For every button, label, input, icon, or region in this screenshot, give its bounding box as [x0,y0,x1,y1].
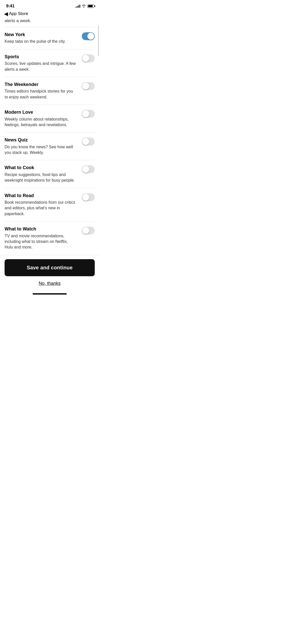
scroll-content: alerts a week. New YorkKeep tabs on the … [0,18,99,255]
toggle-item-what-to-cook: What to CookRecipe suggestions, food tip… [5,160,95,188]
item-title-weekender: The Weekender [5,82,77,87]
item-description-modern-love: Weekly column about relationships, feeli… [5,116,77,128]
item-text-news-quiz: News QuizDo you know the news? See how w… [5,137,82,155]
save-continue-button[interactable]: Save and continue [5,259,95,276]
item-text-new-york: New YorkKeep tabs on the pulse of the ci… [5,32,82,45]
item-text-what-to-cook: What to CookRecipe suggestions, food tip… [5,165,82,183]
scroll-indicator [98,25,99,56]
toggle-modern-love[interactable] [82,110,95,118]
item-description-what-to-watch: TV and movie recommendations, including … [5,233,77,250]
toggle-weekender[interactable] [82,82,95,90]
item-title-news-quiz: News Quiz [5,137,77,143]
item-text-sports: SportsScores, live updates and intrigue.… [5,54,82,72]
toggle-item-news-quiz: News QuizDo you know the news? See how w… [5,133,95,160]
home-bar [33,293,67,295]
toggle-item-modern-love: Modern LoveWeekly column about relations… [5,105,95,133]
item-description-sports: Scores, live updates and intrigue. A few… [5,61,77,72]
toggle-list: New YorkKeep tabs on the pulse of the ci… [5,27,95,255]
item-text-what-to-read: What to ReadBook recommendations from ou… [5,193,82,217]
item-title-what-to-read: What to Read [5,193,77,199]
toggle-sports[interactable] [82,54,95,62]
home-indicator [0,291,99,299]
toggle-item-sports: SportsScores, live updates and intrigue.… [5,49,95,77]
toggle-what-to-cook[interactable] [82,165,95,173]
back-button[interactable]: ◀ App Store [4,11,95,16]
item-description-what-to-cook: Recipe suggestions, food tips and weekni… [5,172,77,183]
item-description-what-to-read: Book recommendations from our critics an… [5,200,77,217]
toggle-new-york[interactable] [82,32,95,40]
item-title-new-york: New York [5,32,77,38]
item-description-weekender: Times editors handpick stories for you t… [5,89,77,100]
back-label: App Store [9,11,28,16]
item-text-what-to-watch: What to WatchTV and movie recommendation… [5,226,82,250]
item-title-what-to-watch: What to Watch [5,226,77,232]
no-thanks-button[interactable]: No, thanks [5,281,95,289]
toggle-item-what-to-read: What to ReadBook recommendations from ou… [5,188,95,222]
wifi-icon [82,5,86,8]
signal-icon [76,5,80,8]
item-title-sports: Sports [5,54,77,60]
toggle-item-new-york: New YorkKeep tabs on the pulse of the ci… [5,27,95,49]
status-time: 9:41 [6,4,15,9]
item-title-what-to-cook: What to Cook [5,165,77,171]
bottom-area: Save and continue No, thanks [0,255,99,289]
toggle-item-what-to-watch: What to WatchTV and movie recommendation… [5,222,95,255]
toggle-news-quiz[interactable] [82,138,95,145]
item-title-modern-love: Modern Love [5,109,77,115]
back-chevron-icon: ◀ [4,11,8,16]
item-text-weekender: The WeekenderTimes editors handpick stor… [5,82,82,100]
item-description-news-quiz: Do you know the news? See how well you s… [5,144,77,156]
item-text-modern-love: Modern LoveWeekly column about relations… [5,109,82,128]
item-description-new-york: Keep tabs on the pulse of the city. [5,39,77,44]
nav-bar: ◀ App Store [0,10,99,18]
toggle-item-weekender: The WeekenderTimes editors handpick stor… [5,77,95,105]
toggle-what-to-read[interactable] [82,193,95,201]
status-icons [76,5,94,8]
battery-icon [87,5,94,8]
toggle-what-to-watch[interactable] [82,227,95,235]
status-bar: 9:41 [0,0,99,10]
truncated-text: alerts a week. [5,18,95,27]
